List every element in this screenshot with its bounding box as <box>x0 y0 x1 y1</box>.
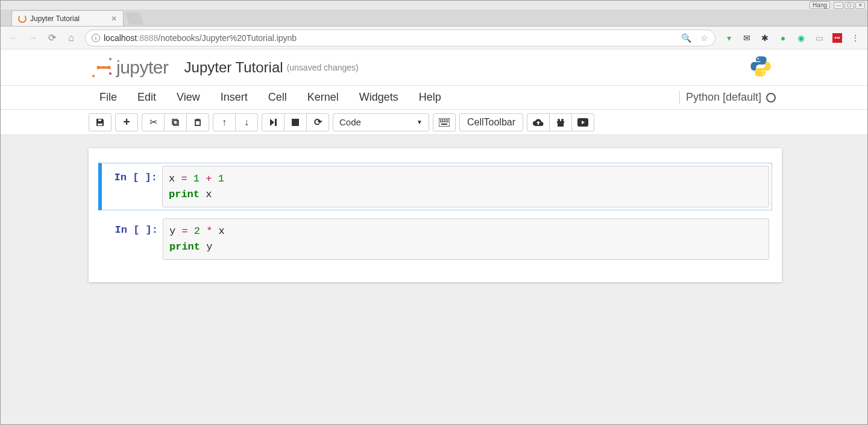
add-cell-button[interactable]: + <box>115 113 138 131</box>
svg-rect-7 <box>447 119 448 121</box>
menu-kernel[interactable]: Kernel <box>300 87 352 107</box>
interrupt-button[interactable] <box>284 113 307 131</box>
kernel-name: Python [default] <box>686 91 761 104</box>
forward-button[interactable]: → <box>27 33 38 43</box>
save-icon <box>95 118 105 127</box>
run-icon <box>269 118 277 127</box>
browser-tab[interactable]: Jupyter Tutorial ✕ <box>11 10 124 26</box>
menu-help[interactable]: Help <box>412 87 454 107</box>
browser-menu-icon[interactable]: ⋮ <box>851 33 860 43</box>
code-input[interactable]: x = 1 + 1print x <box>162 166 769 207</box>
keyboard-icon <box>439 118 450 127</box>
cell-type-value: Code <box>339 117 361 127</box>
run-button[interactable] <box>262 113 285 131</box>
grammarly-icon[interactable]: ◉ <box>796 33 806 43</box>
site-info-icon[interactable]: i <box>92 34 100 42</box>
svg-rect-3 <box>440 119 441 121</box>
kernel-logo <box>749 55 772 80</box>
svg-rect-4 <box>442 119 443 121</box>
jupyter-menubar: FileEditViewInsertCellKernelWidgetsHelp … <box>1 86 867 110</box>
notebook-scroll-area[interactable]: In [ ]:x = 1 + 1print xIn [ ]:y = 2 * xp… <box>1 135 867 424</box>
jupyter-toolbar: + ✂ ↑ ↓ ⟳ <box>1 110 867 135</box>
video-icon <box>577 118 588 127</box>
video-button[interactable] <box>571 113 594 131</box>
minimize-button[interactable]: — <box>834 2 843 9</box>
kernel-indicator[interactable]: Python [default] <box>679 91 776 104</box>
close-window-button[interactable]: ✕ <box>855 2 865 9</box>
menu-file[interactable]: File <box>92 87 130 107</box>
gift-button[interactable] <box>549 113 572 131</box>
zoom-icon[interactable]: 🔍 <box>681 33 691 43</box>
copy-icon <box>171 118 180 127</box>
maximize-button[interactable]: ▢ <box>844 2 854 9</box>
scissors-icon: ✂ <box>149 116 157 128</box>
url-path: /notebooks/Jupyter%20Tutorial.ipynb <box>158 33 297 43</box>
jupyter-logo[interactable]: jupyter <box>92 57 169 78</box>
url-bar[interactable]: i localhost:8888/notebooks/Jupyter%20Tut… <box>85 30 715 46</box>
menu-insert[interactable]: Insert <box>213 87 261 107</box>
svg-rect-9 <box>442 121 443 122</box>
svg-rect-13 <box>441 124 447 125</box>
paste-button[interactable] <box>186 113 209 131</box>
move-up-button[interactable]: ↑ <box>213 113 236 131</box>
evernote-icon[interactable]: ✱ <box>760 33 770 43</box>
home-button[interactable]: ⌂ <box>66 33 77 43</box>
jupyter-logo-text: jupyter <box>116 57 169 78</box>
notebook-save-status: (unsaved changes) <box>287 63 359 72</box>
page-viewport: jupyter Jupyter Tutorial (unsaved change… <box>1 49 867 424</box>
menu-edit[interactable]: Edit <box>130 87 169 107</box>
browser-addressbar: ← → ⟳ ⌂ i localhost:8888/notebooks/Jupyt… <box>1 27 867 49</box>
cloud-upload-icon <box>533 118 544 127</box>
restart-icon: ⟳ <box>314 116 322 128</box>
cut-button[interactable]: ✂ <box>142 113 165 131</box>
save-button[interactable] <box>89 113 112 131</box>
back-button[interactable]: ← <box>8 33 19 43</box>
code-cell[interactable]: In [ ]:y = 2 * xprint y <box>98 215 772 263</box>
jupyter-favicon <box>18 14 27 23</box>
stop-icon <box>291 118 300 127</box>
app-window: Hang — ▢ ✕ Jupyter Tutorial ✕ ← → ⟳ ⌂ i … <box>0 0 868 425</box>
svg-rect-12 <box>447 121 448 122</box>
menu-cell[interactable]: Cell <box>261 87 300 107</box>
code-cell[interactable]: In [ ]:x = 1 + 1print x <box>98 163 772 210</box>
celltoolbar-button[interactable]: CellToolbar <box>459 113 523 131</box>
copy-button[interactable] <box>164 113 187 131</box>
move-down-button[interactable]: ↓ <box>235 113 258 131</box>
url-port: :8888 <box>137 33 158 43</box>
cell-prompt: In [ ]: <box>102 218 163 260</box>
hang-indicator: Hang <box>810 1 830 9</box>
mail-icon[interactable]: ✉ <box>742 33 752 43</box>
notebook-title[interactable]: Jupyter Tutorial <box>184 59 283 76</box>
lastpass-icon[interactable]: ••• <box>832 33 842 43</box>
new-tab-button[interactable] <box>125 13 143 25</box>
extension-dot-icon[interactable]: ● <box>778 33 788 43</box>
svg-rect-10 <box>444 121 445 122</box>
svg-rect-11 <box>445 121 447 122</box>
gift-icon <box>556 118 565 127</box>
cloud-upload-button[interactable] <box>527 113 550 131</box>
notebook-container: In [ ]:x = 1 + 1print xIn [ ]:y = 2 * xp… <box>89 148 782 282</box>
menu-widgets[interactable]: Widgets <box>352 87 412 107</box>
svg-rect-8 <box>440 121 441 122</box>
menu-view[interactable]: View <box>169 87 213 107</box>
jupyter-header: jupyter Jupyter Tutorial (unsaved change… <box>1 49 867 86</box>
tab-close-icon[interactable]: ✕ <box>111 14 117 23</box>
cell-prompt: In [ ]: <box>102 166 162 207</box>
reload-button[interactable]: ⟳ <box>46 32 57 43</box>
restart-button[interactable]: ⟳ <box>306 113 329 131</box>
bookmark-star-icon[interactable]: ☆ <box>699 33 709 43</box>
url-host: localhost <box>104 33 137 43</box>
chevron-down-icon: ▼ <box>417 119 423 125</box>
extension-icon-1[interactable]: ▾ <box>724 33 734 43</box>
code-input[interactable]: y = 2 * xprint y <box>163 218 769 260</box>
arrow-up-icon: ↑ <box>222 117 227 128</box>
chat-icon[interactable]: ▭ <box>814 33 824 43</box>
arrow-down-icon: ↓ <box>244 117 249 128</box>
jupyter-logo-mark <box>92 58 112 77</box>
cell-type-select[interactable]: Code ▼ <box>333 113 429 131</box>
svg-rect-1 <box>292 119 299 126</box>
paste-icon <box>193 118 203 127</box>
browser-tabstrip: Jupyter Tutorial ✕ <box>1 10 867 27</box>
command-palette-button[interactable] <box>433 113 456 131</box>
tab-title: Jupyter Tutorial <box>30 14 80 23</box>
